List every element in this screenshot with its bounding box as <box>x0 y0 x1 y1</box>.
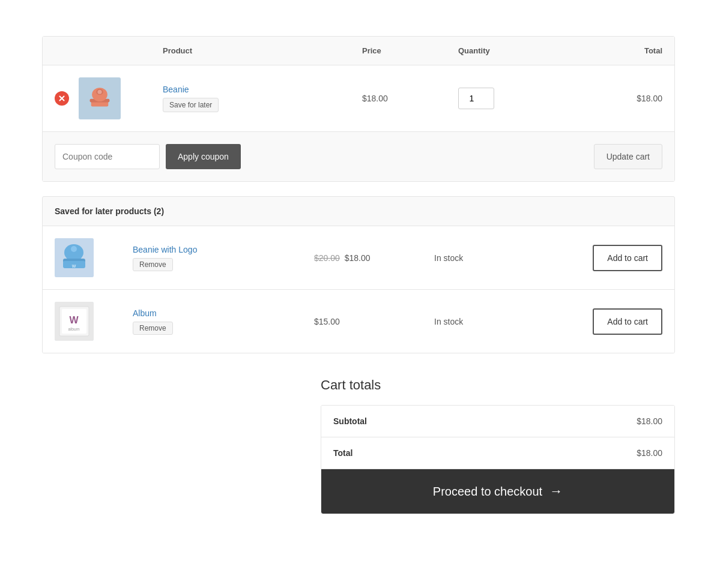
stock-status-1: In stock <box>434 317 554 326</box>
checkout-label: Proceed to checkout <box>433 485 542 499</box>
cart-totals-section: Cart totals Subtotal $18.00 Total $18.00… <box>321 377 675 514</box>
saved-product-thumbnail: W <box>55 238 94 277</box>
saved-for-later-header: Saved for later products (2) <box>43 197 674 226</box>
apply-coupon-button[interactable]: Apply coupon <box>166 144 241 169</box>
saved-product-price-album: $15.00 <box>314 317 434 326</box>
saved-item-remove-button-0[interactable]: Remove <box>133 258 173 271</box>
coupon-input[interactable] <box>55 144 160 169</box>
remove-item-button[interactable] <box>55 91 69 106</box>
saved-for-later-section: Saved for later products (2) W Beanie wi… <box>42 196 675 353</box>
coupon-left: Apply coupon <box>55 144 241 169</box>
quantity-input[interactable] <box>458 88 494 109</box>
add-to-cart-button-0[interactable]: Add to cart <box>593 245 662 271</box>
col-remove-spacer <box>55 46 163 55</box>
cart-table-header: Product Price Quantity Total <box>43 37 674 65</box>
col-price-label: Price <box>362 46 458 55</box>
total-value: $18.00 <box>637 448 662 458</box>
col-total-label: Total <box>566 46 662 55</box>
col-product-label: Product <box>163 46 362 55</box>
price-album: $15.00 <box>314 317 340 326</box>
save-for-later-button[interactable]: Save for later <box>163 98 219 112</box>
product-total: $18.00 <box>566 94 662 103</box>
subtotal-row: Subtotal $18.00 <box>321 406 674 437</box>
svg-point-10 <box>71 246 77 252</box>
table-row: Beanie Save for later $18.00 $18.00 <box>43 65 674 132</box>
product-thumbnail <box>79 77 121 119</box>
checkout-arrow-icon: → <box>549 484 563 499</box>
proceed-to-checkout-button[interactable]: Proceed to checkout → <box>321 469 674 514</box>
saved-product-thumbnail-album: W album <box>55 302 94 341</box>
sale-price: $18.00 <box>345 253 371 263</box>
cart-table-wrapper: Product Price Quantity Total <box>42 36 675 182</box>
svg-point-5 <box>97 90 101 94</box>
saved-product-info: Beanie with Logo Remove <box>133 245 314 271</box>
col-quantity-label: Quantity <box>458 46 566 55</box>
saved-product-price: $20.00 $18.00 <box>314 253 434 263</box>
svg-text:W: W <box>69 315 79 325</box>
product-name-link[interactable]: Beanie <box>163 85 362 94</box>
stock-status-0: In stock <box>434 253 554 263</box>
add-to-cart-button-1[interactable]: Add to cart <box>593 308 662 335</box>
original-price: $20.00 <box>314 253 340 263</box>
total-label: Total <box>333 448 352 458</box>
saved-product-name-link-album[interactable]: Album <box>133 308 314 318</box>
saved-item-remove-button-1[interactable]: Remove <box>133 322 173 335</box>
product-info: Beanie Save for later <box>163 85 362 112</box>
total-row: Total $18.00 <box>321 437 674 469</box>
cart-totals-table: Subtotal $18.00 Total $18.00 Proceed to … <box>321 405 675 514</box>
update-cart-button[interactable]: Update cart <box>594 144 662 169</box>
coupon-row: Apply coupon Update cart <box>43 132 674 181</box>
svg-text:W: W <box>72 264 76 268</box>
page-wrapper: Product Price Quantity Total <box>0 0 717 550</box>
svg-text:album: album <box>68 327 79 331</box>
product-price: $18.00 <box>362 94 458 103</box>
quantity-cell <box>458 88 566 109</box>
saved-item-row: W Beanie with Logo Remove $20.00 $18.00 … <box>43 226 674 290</box>
remove-cell <box>55 77 163 119</box>
subtotal-value: $18.00 <box>637 416 662 426</box>
saved-item-row: W album Album Remove $15.00 In stock Add… <box>43 290 674 353</box>
cart-totals-title: Cart totals <box>321 377 675 393</box>
subtotal-label: Subtotal <box>333 416 367 426</box>
saved-product-info-album: Album Remove <box>133 308 314 335</box>
saved-product-name-link[interactable]: Beanie with Logo <box>133 245 314 254</box>
